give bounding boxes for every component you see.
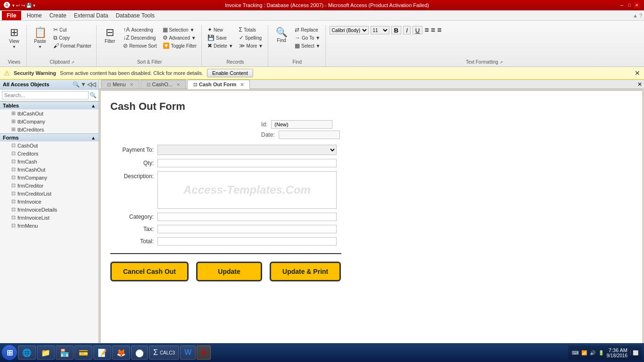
panel-pin-icon[interactable]: ◁◁ <box>87 81 96 88</box>
id-input[interactable] <box>271 120 332 129</box>
search-input[interactable] <box>2 91 89 99</box>
nav-item-frminvoicedetails[interactable]: ⊡ frmInvoiceDetails <box>0 206 99 214</box>
goto-button[interactable]: → Go To ▼ <box>293 34 322 41</box>
tax-input[interactable] <box>157 225 337 233</box>
nav-item-creditors[interactable]: ⊡ Creditors <box>0 149 99 157</box>
maximize-button[interactable]: □ <box>626 2 633 8</box>
totals-button[interactable]: Σ Totals <box>237 26 265 33</box>
delete-button[interactable]: ✖ Delete ▼ <box>206 42 235 49</box>
align-right-button[interactable]: ≡ <box>437 26 441 34</box>
total-input[interactable] <box>157 237 337 246</box>
find-button[interactable]: 🔍 Find <box>272 26 291 44</box>
start-button[interactable]: ⊞ <box>2 345 17 360</box>
nav-item-frmcashout[interactable]: ⊡ frmCashOut <box>0 165 99 173</box>
panel-search-icon[interactable]: 🔍 <box>73 81 80 88</box>
show-desktop-icon[interactable]: ⬜ <box>630 350 638 355</box>
enable-content-button[interactable]: Enable Content <box>207 69 253 77</box>
nav-item-frmmenu[interactable]: ⊡ frmMenu <box>0 222 99 230</box>
tabs-bar: ⊡ Menu ✕ ⊡ CashO... ✕ ⊡ Cash Out Form ✕ … <box>99 80 644 89</box>
selection-button[interactable]: ▦ Selection ▼ <box>161 26 198 33</box>
tab-icon: ⊡ <box>107 82 111 87</box>
clock[interactable]: 7:36 AM 9/18/2016 <box>607 347 628 358</box>
select-button[interactable]: ▦ Select ▼ <box>293 42 322 49</box>
tab-cashout[interactable]: ⊡ CashO... ✕ <box>140 80 186 89</box>
goto-label: Go To ▼ <box>302 35 320 41</box>
align-left-button[interactable]: ≡ <box>424 26 429 34</box>
external-data-menu[interactable]: External Data <box>70 11 112 20</box>
spelling-button[interactable]: ✓ Spelling <box>237 34 265 41</box>
taskbar-ie[interactable]: 🌐 <box>18 346 36 360</box>
format-painter-button[interactable]: 🖌 Format Painter <box>51 42 93 49</box>
nav-item-frmcash[interactable]: ⊡ frmCash <box>0 157 99 165</box>
taskbar-explorer[interactable]: 📁 <box>37 346 55 360</box>
filter-button[interactable]: ⊟ Filter <box>100 26 119 45</box>
align-center-button[interactable]: ≡ <box>431 26 435 34</box>
ribbon-collapse[interactable]: ▲ ? <box>633 13 642 18</box>
taskbar-store[interactable]: 🏪 <box>56 346 74 360</box>
copy-button[interactable]: ⧉ Copy <box>51 34 93 41</box>
new-button[interactable]: ✦ New <box>206 26 235 33</box>
taskbar-calc[interactable]: Σ CALC3 <box>149 346 179 360</box>
remove-sort-button[interactable]: ⊘ Remove Sort <box>121 42 158 49</box>
qty-input[interactable] <box>157 159 337 167</box>
nav-item-frmcreditorlist[interactable]: ⊡ frmCreditorList <box>0 189 99 197</box>
view-button[interactable]: ⊞ View ▼ <box>5 26 24 50</box>
security-warning-close[interactable]: ✕ <box>635 69 640 77</box>
cut-button[interactable]: ✂ Cut <box>51 26 93 33</box>
font-size-select[interactable]: 11 <box>371 26 389 34</box>
tables-section-header[interactable]: Tables ▲ <box>0 101 99 109</box>
close-all-tabs-button[interactable]: ✕ <box>636 80 644 89</box>
underline-button[interactable]: U <box>413 26 423 34</box>
security-warning-bar: ⚠ Security Warning Some active content h… <box>0 67 644 80</box>
update-print-button[interactable]: Update & Print <box>270 262 341 281</box>
descending-button[interactable]: ↓Z Descending <box>121 34 158 41</box>
tab-cash-out-form[interactable]: ⊡ Cash Out Form ✕ <box>187 80 250 89</box>
nav-item-tblcreditors[interactable]: ⊞ tblCreditors <box>0 125 99 133</box>
taskbar-word[interactable]: W <box>180 346 196 360</box>
toggle-filter-button[interactable]: 🔽 Toggle Filter <box>161 42 198 49</box>
nav-item-frmcompany[interactable]: ⊡ frmCompany <box>0 173 99 181</box>
taskbar-amex[interactable]: 💳 <box>74 346 92 360</box>
tray-network-icon: 📶 <box>581 350 587 355</box>
description-textarea[interactable] <box>158 172 336 208</box>
category-input[interactable] <box>157 213 337 221</box>
taskbar-access[interactable]: A <box>197 346 211 360</box>
database-tools-menu[interactable]: Database Tools <box>112 11 158 20</box>
nav-item-cashout[interactable]: ⊡ CashOut <box>0 141 99 149</box>
file-menu-button[interactable]: File <box>2 11 21 20</box>
nav-item-frminvoicelist[interactable]: ⊡ frmInvoiceList <box>0 214 99 222</box>
nav-item-frminvoice[interactable]: ⊡ frmInvoice <box>0 197 99 206</box>
advanced-button[interactable]: ⚙ Advanced ▼ <box>161 34 198 41</box>
window-controls[interactable]: ─ □ ✕ <box>619 2 640 8</box>
nav-item-tblcompany[interactable]: ⊞ tblCompany <box>0 117 99 125</box>
bold-button[interactable]: B <box>391 26 402 34</box>
tab-close[interactable]: ✕ <box>130 82 133 87</box>
paste-button[interactable]: 📋 Paste ▼ <box>31 26 50 50</box>
close-button[interactable]: ✕ <box>634 2 640 8</box>
payment-to-select[interactable] <box>157 145 337 155</box>
panel-menu-icon[interactable]: ▼ <box>81 81 86 88</box>
tab-close[interactable]: ✕ <box>176 82 180 87</box>
tab-close[interactable]: ✕ <box>240 82 244 87</box>
ascending-button[interactable]: ↑A Ascending <box>121 26 158 33</box>
tab-menu[interactable]: ⊡ Menu ✕ <box>101 80 140 89</box>
date-input[interactable] <box>279 131 340 139</box>
update-button[interactable]: Update <box>196 262 262 281</box>
font-family-select[interactable]: Calibri (Body) <box>330 26 369 34</box>
taskbar-notes[interactable]: 📝 <box>93 346 111 360</box>
home-menu[interactable]: Home <box>23 11 46 20</box>
italic-button[interactable]: I <box>403 26 411 34</box>
cancel-cash-out-button[interactable]: Cancel Cash Out <box>110 262 189 281</box>
save-button[interactable]: 💾 Save <box>206 34 235 41</box>
taskbar-firefox[interactable]: 🦊 <box>112 346 130 360</box>
taskbar-chrome[interactable]: ⬤ <box>131 346 148 360</box>
forms-section-header[interactable]: Forms ▲ <box>0 133 99 141</box>
clipboard-group-label: Clipboard ↗ <box>50 58 74 65</box>
replace-button[interactable]: ⇄ Replace <box>293 26 322 33</box>
more-button[interactable]: ≫ More ▼ <box>237 42 265 49</box>
nav-item-tblcashout[interactable]: ⊞ tblCashOut <box>0 109 99 117</box>
ascending-label: Ascending <box>131 27 153 33</box>
minimize-button[interactable]: ─ <box>619 2 625 8</box>
create-menu[interactable]: Create <box>46 11 70 20</box>
nav-item-frmcreditor[interactable]: ⊡ frmCreditor <box>0 181 99 189</box>
